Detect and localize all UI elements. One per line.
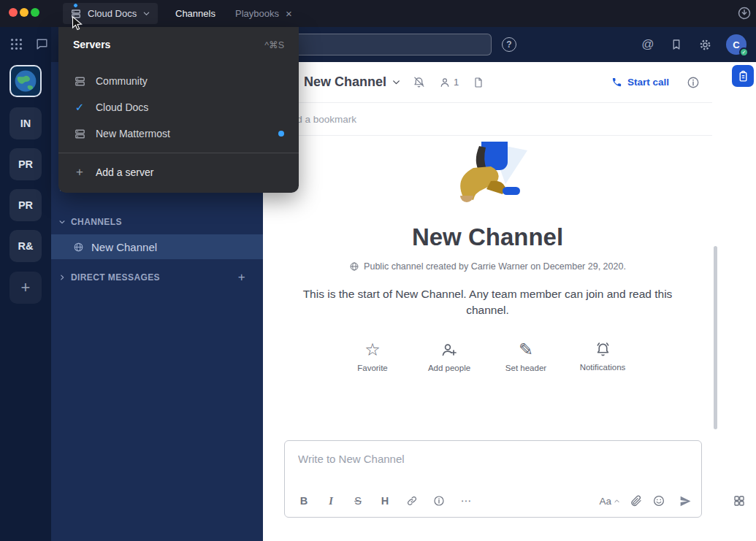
menu-divider bbox=[58, 153, 299, 153]
info-circle-icon[interactable] bbox=[429, 491, 449, 511]
server-menu-item-community[interactable]: Community bbox=[58, 68, 299, 94]
close-window-button[interactable] bbox=[9, 8, 18, 17]
channel-files-icon[interactable] bbox=[473, 77, 484, 88]
bookmark-bar[interactable]: + Add a bookmark bbox=[263, 104, 712, 136]
tab-channels[interactable]: Channels bbox=[175, 0, 215, 27]
add-direct-message-button[interactable]: + bbox=[238, 270, 245, 285]
team-sidebar: IN PR PR R& + bbox=[0, 27, 51, 541]
server-menu-item-cloud-docs[interactable]: ✓ Cloud Docs bbox=[58, 94, 299, 120]
server-menu-title: Servers bbox=[73, 39, 110, 50]
notifications-label: Notifications bbox=[580, 363, 626, 372]
set-header-button[interactable]: ✎ Set header bbox=[488, 341, 565, 372]
start-call-button[interactable]: Start call bbox=[611, 77, 669, 88]
server-item-label: Cloud Docs bbox=[96, 101, 148, 113]
server-dropdown-label: Cloud Docs bbox=[88, 8, 137, 19]
more-options-icon[interactable]: ⋯ bbox=[456, 491, 476, 511]
minimize-window-button[interactable] bbox=[20, 8, 28, 17]
send-message-icon[interactable] bbox=[679, 494, 692, 508]
channel-name-label: New Channel bbox=[91, 241, 157, 253]
plus-icon: + bbox=[21, 278, 31, 297]
add-server-button[interactable]: + Add a server bbox=[58, 159, 299, 185]
apps-grid-icon[interactable] bbox=[9, 37, 23, 51]
bold-icon[interactable]: B bbox=[294, 491, 314, 511]
team-button[interactable]: PR bbox=[9, 189, 42, 221]
server-dropdown-menu: Servers ^⌘S Community ✓ Cloud Docs New M… bbox=[58, 27, 299, 193]
earth-team-icon bbox=[12, 68, 39, 94]
italic-icon[interactable]: I bbox=[321, 491, 341, 511]
channel-intro: New Channel Public channel created by Ca… bbox=[263, 136, 712, 372]
channel-members-button[interactable]: 1 bbox=[439, 77, 459, 88]
chat-bubble-icon[interactable] bbox=[35, 37, 49, 51]
channel-title-menu[interactable]: New Channel bbox=[304, 74, 401, 90]
channel-title: New Channel bbox=[304, 74, 386, 90]
window-titlebar: Cloud Docs Channels Playbooks × bbox=[0, 0, 756, 27]
mute-bell-icon[interactable] bbox=[413, 76, 425, 88]
settings-gear-icon[interactable] bbox=[695, 34, 715, 55]
search-box[interactable] bbox=[276, 34, 492, 55]
pencil-icon: ✎ bbox=[519, 341, 533, 358]
chevron-down-icon bbox=[142, 9, 150, 18]
text-format-icon[interactable]: Aa bbox=[599, 496, 620, 507]
emoji-icon[interactable] bbox=[652, 494, 665, 507]
add-people-button[interactable]: Add people bbox=[411, 341, 488, 372]
notifications-button[interactable]: Notifications bbox=[565, 341, 641, 372]
direct-messages-category-header[interactable]: DIRECT MESSAGES + bbox=[51, 266, 263, 288]
strikethrough-icon[interactable]: S bbox=[348, 491, 368, 511]
server-menu-item-new-mattermost[interactable]: New Mattermost bbox=[58, 120, 299, 147]
channel-header: New Channel 1 bbox=[263, 62, 712, 103]
attachment-paperclip-icon[interactable] bbox=[630, 494, 643, 507]
link-icon[interactable] bbox=[402, 491, 422, 511]
channel-info-icon[interactable] bbox=[687, 76, 700, 89]
chevron-down-icon bbox=[392, 77, 401, 87]
message-input[interactable] bbox=[289, 445, 684, 472]
tab-playbooks[interactable]: Playbooks × bbox=[235, 0, 292, 27]
channel-intro-title: New Channel bbox=[263, 223, 712, 251]
member-count: 1 bbox=[454, 77, 459, 88]
avatar-initial: C bbox=[733, 39, 739, 50]
user-avatar[interactable]: C ✓ bbox=[726, 34, 747, 55]
channel-intro-description: This is the start of New Channel. Any te… bbox=[289, 286, 687, 319]
server-icon bbox=[73, 128, 86, 140]
bell-ring-icon bbox=[595, 341, 611, 358]
server-icon bbox=[73, 75, 86, 88]
apps-bar bbox=[712, 62, 756, 541]
channel-header-icons: 1 bbox=[413, 76, 484, 88]
composer-right-icons: Aa bbox=[599, 494, 692, 508]
server-item-label: Community bbox=[96, 75, 148, 87]
team-button[interactable]: IN bbox=[9, 107, 42, 139]
online-status-badge: ✓ bbox=[739, 47, 749, 57]
vertical-scrollbar[interactable] bbox=[714, 246, 717, 429]
dm-category-label: DIRECT MESSAGES bbox=[71, 272, 160, 283]
chevron-up-icon bbox=[614, 498, 620, 504]
download-update-icon[interactable] bbox=[737, 6, 752, 23]
add-people-label: Add people bbox=[428, 364, 470, 372]
team-initials: IN bbox=[20, 118, 31, 129]
app-window: Cloud Docs Channels Playbooks × bbox=[0, 0, 756, 541]
add-team-button[interactable]: + bbox=[9, 272, 42, 304]
sidebar-item-new-channel[interactable]: New Channel bbox=[51, 234, 263, 259]
font-glyph: Aa bbox=[599, 496, 611, 507]
app-grid-icon[interactable] bbox=[733, 494, 746, 510]
search-input[interactable] bbox=[277, 34, 491, 55]
fullscreen-window-button[interactable] bbox=[31, 8, 39, 17]
heading-icon[interactable]: H bbox=[375, 491, 395, 511]
mentions-icon[interactable]: @ bbox=[638, 34, 658, 55]
message-composer: B I S H ⋯ Aa bbox=[284, 440, 702, 518]
channel-created-text: Public channel created by Carrie Warner … bbox=[364, 261, 626, 272]
help-glyph: ? bbox=[506, 39, 511, 50]
favorite-button[interactable]: ☆ Favorite bbox=[335, 341, 411, 372]
team-button-active[interactable] bbox=[9, 65, 42, 97]
team-button[interactable]: R& bbox=[9, 230, 42, 262]
server-menu-header: Servers ^⌘S bbox=[58, 27, 299, 58]
globe-icon bbox=[349, 261, 359, 272]
chevron-down-icon bbox=[58, 218, 66, 226]
close-tab-icon[interactable]: × bbox=[286, 8, 292, 19]
saved-posts-icon[interactable] bbox=[666, 34, 687, 55]
help-icon[interactable]: ? bbox=[502, 37, 516, 52]
mouse-cursor bbox=[72, 16, 83, 34]
channel-intro-illustration bbox=[443, 142, 533, 212]
set-header-label: Set header bbox=[505, 364, 546, 372]
channels-category-header[interactable]: CHANNELS bbox=[51, 211, 263, 233]
team-button[interactable]: PR bbox=[9, 148, 42, 180]
playbooks-app-icon[interactable] bbox=[732, 65, 754, 87]
